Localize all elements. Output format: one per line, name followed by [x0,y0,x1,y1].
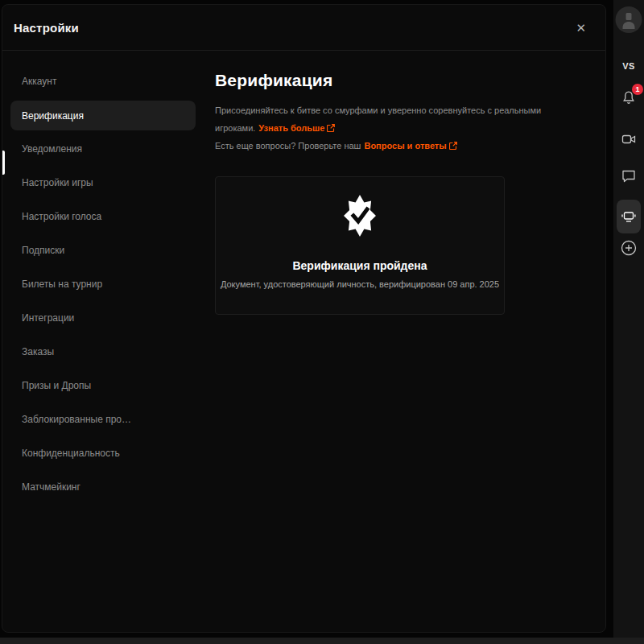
verified-badge-icon [341,193,379,238]
sidebar-item-blocked-profiles[interactable]: Заблокированные про… [10,402,196,436]
notifications-button[interactable]: 1 [618,87,639,108]
verification-status-card: Верификация пройдена Документ, удостовер… [215,176,505,315]
sidebar-item-integrations[interactable]: Интеграции [10,301,196,335]
modal-body: Аккаунт Верификация Уведомления Настройк… [2,51,605,632]
verification-section: Верификация Присоединяйтесь к битве со с… [204,51,605,632]
active-item-indicator [2,151,5,175]
sidebar-item-verification[interactable]: Верификация [10,101,196,130]
faq-text: Есть еще вопросы? Проверьте наш [215,141,361,151]
close-icon: ✕ [576,21,586,35]
chat-bubble-icon [621,167,637,184]
person-icon [616,6,642,33]
right-toolbar: VS 1 [613,0,644,638]
plus-circle-icon [620,239,638,257]
notification-count-badge: 1 [632,84,643,95]
modal-header: Настройки ✕ [2,5,605,51]
settings-sidebar: Аккаунт Верификация Уведомления Настройк… [2,51,204,632]
taskbar-strip [0,638,644,644]
sidebar-item-game-settings[interactable]: Настройки игры [10,166,196,200]
video-camera-icon [621,131,637,147]
verification-status-subtitle: Документ, удостоверяющий личность, вериф… [221,279,499,289]
page-title: Верификация [215,71,589,90]
verification-status-title: Верификация пройдена [292,259,427,272]
avatar[interactable] [616,6,642,33]
create-party-button[interactable] [618,237,639,258]
vs-label: VS [622,61,635,71]
close-button[interactable]: ✕ [569,17,592,39]
external-link-icon [449,142,457,150]
sidebar-item-tournament-tickets[interactable]: Билеты на турнир [10,267,196,301]
faq-link[interactable]: Вопросы и ответы [364,141,456,151]
sidebar-item-notifications[interactable]: Уведомления [10,132,196,166]
sidebar-item-account[interactable]: Аккаунт [10,64,196,98]
sidebar-item-voice-settings[interactable]: Настройки голоса [10,200,196,233]
external-link-icon [327,124,335,132]
sidebar-item-subscriptions[interactable]: Подписки [10,233,196,267]
intro-text-block: Присоединяйтесь к битве со смурфами и ув… [215,101,589,155]
live-watch-icon [621,208,637,225]
sidebar-item-matchmaking[interactable]: Матчмейкинг [10,470,196,504]
settings-modal: Настройки ✕ Аккаунт Верификация Уведомле… [2,4,606,633]
watch-button-active[interactable] [617,200,641,233]
learn-more-link[interactable]: Узнать больше [258,123,335,133]
chat-button[interactable] [618,165,639,186]
sidebar-item-prizes-drops[interactable]: Призы и Дропы [10,369,196,402]
sidebar-item-orders[interactable]: Заказы [10,335,196,369]
streams-button[interactable] [618,129,639,150]
modal-title: Настройки [14,21,79,35]
sidebar-item-privacy[interactable]: Конфиденциальность [10,436,196,470]
